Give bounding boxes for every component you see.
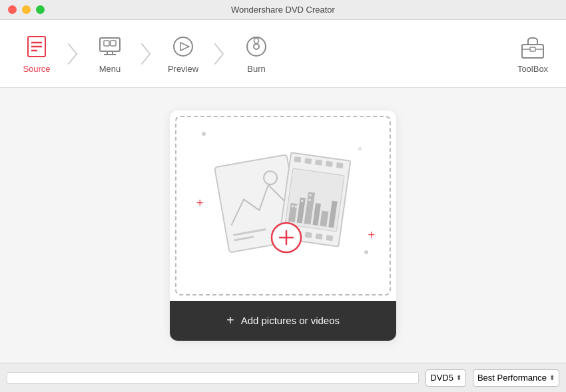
menu-icon — [97, 33, 123, 60]
svg-point-12 — [247, 37, 266, 56]
dot-2 — [358, 147, 362, 150]
nav-item-source[interactable]: Source — [7, 20, 67, 87]
window-controls — [8, 5, 45, 14]
svg-rect-42 — [309, 194, 311, 196]
add-plus-icon: + — [226, 313, 234, 328]
svg-rect-25 — [326, 160, 333, 166]
menu-label: Menu — [99, 64, 121, 74]
toolbox-item[interactable]: ToolBox — [506, 27, 559, 81]
plus-decoration-1: + — [196, 197, 204, 209]
preview-label: Preview — [168, 64, 198, 74]
dot-1 — [202, 132, 206, 136]
preview-icon — [170, 33, 196, 60]
performance-select[interactable]: Best Performance ⬍ — [473, 369, 559, 387]
svg-rect-4 — [100, 38, 120, 51]
drop-zone[interactable]: + + — [170, 110, 396, 341]
svg-marker-11 — [180, 43, 189, 51]
toolbox-icon — [519, 33, 546, 60]
title-bar: Wondershare DVD Creator — [0, 0, 566, 20]
svg-rect-29 — [305, 232, 312, 238]
status-bar: DVD5 ⬍ Best Performance ⬍ — [0, 363, 566, 392]
chevron-2 — [140, 20, 153, 87]
svg-rect-40 — [295, 205, 297, 207]
toolbar: Source Menu — [0, 20, 566, 88]
svg-rect-41 — [301, 200, 303, 202]
svg-rect-30 — [316, 233, 323, 239]
nav-items: Source Menu — [7, 20, 286, 87]
dvd-type-label: DVD5 — [430, 373, 453, 383]
drop-zone-inner: + + — [175, 116, 391, 295]
app-title: Wondershare DVD Creator — [231, 5, 335, 15]
svg-rect-23 — [304, 158, 312, 164]
dot-3 — [364, 250, 368, 254]
svg-point-13 — [254, 44, 259, 49]
svg-rect-16 — [530, 47, 535, 51]
svg-rect-24 — [315, 159, 322, 165]
maximize-button[interactable] — [36, 5, 45, 14]
nav-item-preview[interactable]: Preview — [153, 20, 213, 87]
svg-rect-39 — [292, 205, 294, 207]
svg-rect-43 — [308, 198, 310, 200]
svg-rect-26 — [336, 162, 344, 168]
plus-decoration-2: + — [368, 229, 375, 241]
svg-rect-5 — [104, 41, 109, 46]
progress-bar-container — [7, 372, 419, 384]
svg-rect-6 — [111, 41, 116, 46]
burn-icon — [243, 33, 270, 60]
svg-rect-22 — [294, 156, 301, 162]
nav-item-menu[interactable]: Menu — [80, 20, 140, 87]
burn-label: Burn — [247, 64, 265, 74]
svg-rect-31 — [326, 234, 333, 240]
main-content: + + — [0, 88, 566, 363]
dvd-select-arrow: ⬍ — [456, 374, 461, 381]
toolbox-label: ToolBox — [517, 64, 548, 74]
add-media-button[interactable]: + Add pictures or videos — [170, 301, 396, 341]
dvd-type-select[interactable]: DVD5 ⬍ — [425, 369, 466, 387]
nav-item-burn[interactable]: Burn — [226, 20, 286, 87]
chevron-3 — [213, 20, 226, 87]
minimize-button[interactable] — [22, 5, 31, 14]
performance-label: Best Performance — [477, 373, 547, 383]
chevron-1 — [67, 20, 80, 87]
source-label: Source — [23, 64, 50, 74]
source-icon — [23, 33, 50, 60]
performance-select-arrow: ⬍ — [549, 374, 555, 381]
close-button[interactable] — [8, 5, 17, 14]
add-label: Add pictures or videos — [241, 315, 340, 326]
illustration — [210, 139, 356, 272]
